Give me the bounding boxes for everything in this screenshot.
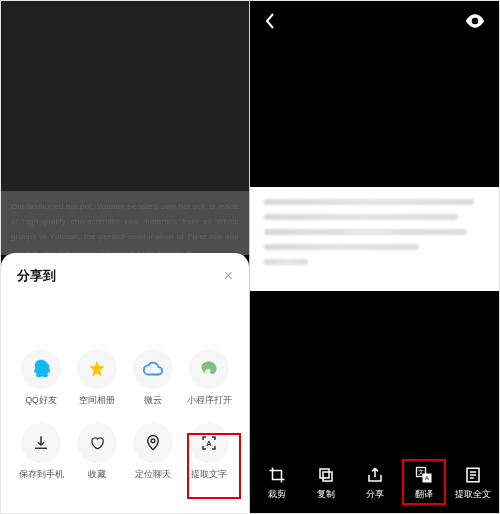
share-label: 定位聊天 [135,469,171,481]
location-icon [133,423,173,463]
download-icon [21,423,61,463]
share-label: 提取文字 [191,469,227,481]
close-icon[interactable]: × [224,268,233,284]
translate-icon: 文A [415,464,433,486]
star-icon [77,349,117,389]
toolbar-extract-all[interactable]: 提取全文 [449,464,497,501]
detected-text-preview: Old-fashioned hot pot, Yunnan people's o… [1,191,249,255]
crop-icon [268,464,286,486]
share-sheet: 分享到 × QQ好友 空间相册 [1,253,249,513]
share-label: 空间相册 [79,395,115,407]
share-label: QQ好友 [25,395,56,407]
svg-text:A: A [206,439,212,448]
share-label: 小程序打开 [187,395,232,407]
back-icon[interactable] [264,12,276,30]
share-label: 微云 [144,395,162,407]
right-header [250,1,499,41]
right-image-area [250,41,499,187]
leaf-icon [189,349,229,389]
svg-text:A: A [424,475,428,481]
share-item-favorite[interactable]: 收藏 [69,423,125,481]
toolbar-label: 复制 [317,489,335,501]
share-item-qq[interactable]: QQ好友 [13,349,69,407]
visibility-icon[interactable] [465,14,485,28]
svg-point-0 [151,439,155,443]
toolbar-translate[interactable]: 文A 翻译 [400,464,448,501]
share-item-locate-chat[interactable]: 定位聊天 [125,423,181,481]
cloud-icon [133,349,173,389]
toolbar-label: 裁剪 [268,489,286,501]
toolbar-label: 提取全文 [455,489,491,501]
share-item-extract-text[interactable]: A 提取文字 [181,423,237,481]
bottom-toolbar: 裁剪 复制 分享 文A 翻译 [250,457,499,513]
share-grid: QQ好友 空间相册 微云 [11,301,239,481]
right-screenshot: 裁剪 复制 分享 文A 翻译 [250,1,499,513]
copy-icon [317,464,335,486]
share-label: 保存到手机 [19,469,64,481]
svg-rect-4 [323,472,332,481]
left-screenshot: Old-fashioned hot pot, Yunnan people's o… [1,1,250,513]
svg-point-2 [473,19,476,22]
svg-rect-3 [320,469,329,478]
share-item-qzone[interactable]: 空间相册 [69,349,125,407]
toolbar-label: 翻译 [415,489,433,501]
left-image-area [1,1,249,191]
share-label: 收藏 [88,469,106,481]
translated-text-block [250,187,499,291]
share-item-miniprogram[interactable]: 小程序打开 [181,349,237,407]
svg-text:文: 文 [418,468,424,475]
share-item-save[interactable]: 保存到手机 [13,423,69,481]
toolbar-label: 分享 [366,489,384,501]
share-title: 分享到 [17,267,56,285]
share-item-weiyun[interactable]: 微云 [125,349,181,407]
qq-icon [21,349,61,389]
toolbar-copy[interactable]: 复制 [302,464,350,501]
extract-all-icon [464,464,482,486]
scan-text-icon: A [189,423,229,463]
share-icon [366,464,384,486]
heart-icon [77,423,117,463]
toolbar-crop[interactable]: 裁剪 [253,464,301,501]
toolbar-share[interactable]: 分享 [351,464,399,501]
